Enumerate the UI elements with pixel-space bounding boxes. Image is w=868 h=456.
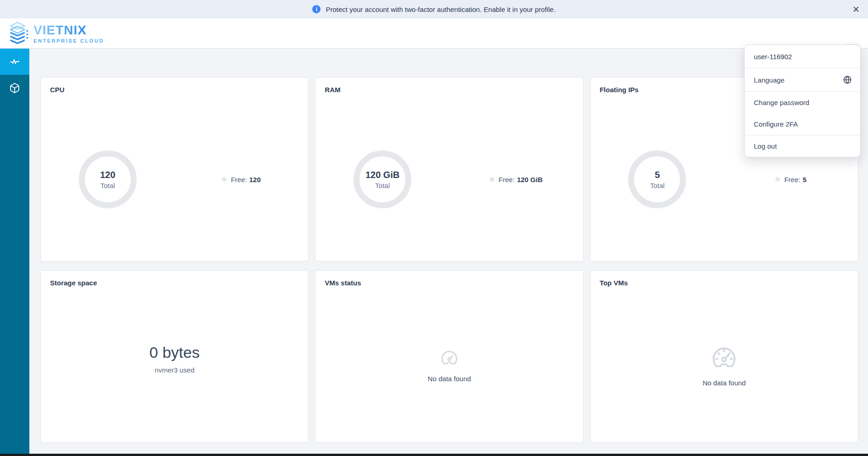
floating-ips-legend-value: 5 — [802, 176, 806, 184]
menu-username: user-116902 — [745, 45, 860, 68]
window-edge — [0, 454, 868, 456]
floating-ips-total-label: Total — [650, 182, 665, 189]
storage-card: Storage space 0 bytes nvmer3 used — [40, 270, 309, 443]
gauge-icon — [711, 345, 737, 372]
cpu-legend: Free: 120 — [222, 176, 260, 184]
sidebar-item-instances[interactable] — [0, 75, 29, 101]
cpu-donut-chart: 120 Total — [79, 150, 137, 208]
vietnix-logo: VIETNIX ENTERPRISE CLOUD — [7, 22, 104, 45]
cube-icon — [9, 83, 20, 94]
logo-title: VIETNIX — [33, 24, 104, 37]
vms-status-card-title: VMs status — [325, 279, 361, 287]
top-vms-empty-text: No data found — [702, 379, 746, 387]
info-icon: i — [312, 5, 321, 13]
legend-dot-icon — [222, 177, 227, 182]
logo-subtitle: ENTERPRISE CLOUD — [33, 39, 104, 44]
menu-item-language[interactable]: Language — [745, 68, 860, 91]
cpu-total-label: Total — [100, 182, 115, 189]
ram-card: RAM 120 GiB Total Free: 120 GiB — [315, 77, 583, 261]
floating-ips-donut-chart: 5 Total — [628, 150, 686, 208]
sidebar-item-dashboard[interactable] — [0, 49, 29, 75]
dashboard-page: i Protect your account with two-factor a… — [0, 0, 868, 456]
gauge-icon — [440, 349, 459, 367]
ram-legend-value: 120 GiB — [517, 176, 542, 184]
user-dropdown-menu: user-116902 Language Change password Con… — [744, 44, 861, 157]
banner-message: Protect your account with two-factor aut… — [326, 6, 555, 13]
storage-caption: nvmer3 used — [155, 366, 194, 374]
ram-donut-chart: 120 GiB Total — [354, 150, 411, 208]
ram-legend: Free: 120 GiB — [490, 176, 542, 184]
cpu-legend-value: 120 — [249, 176, 260, 184]
top-vms-card: Top VMs No data found — [590, 270, 858, 443]
menu-item-configure-2fa-label: Configure 2FA — [754, 120, 798, 128]
storage-value: 0 bytes — [149, 339, 200, 361]
cpu-legend-name: Free: — [231, 176, 247, 184]
ram-legend-name: Free: — [498, 176, 514, 184]
storage-card-title: Storage space — [50, 279, 97, 287]
top-vms-card-title: Top VMs — [600, 279, 628, 287]
cpu-card: CPU 120 Total Free: 120 — [40, 77, 309, 261]
2fa-banner: i Protect your account with two-factor a… — [0, 0, 868, 18]
legend-dot-icon — [775, 177, 780, 182]
menu-item-language-label: Language — [754, 76, 785, 84]
dashboard-cards: CPU 120 Total Free: 120 RAM — [40, 77, 858, 443]
activity-icon — [9, 56, 21, 67]
ram-total-value: 120 GiB — [365, 170, 399, 180]
banner-close-icon[interactable]: ✕ — [852, 0, 860, 18]
menu-item-logout[interactable]: Log out — [745, 135, 860, 157]
vms-status-empty-text: No data found — [428, 375, 471, 383]
logo-stack-icon — [7, 22, 29, 45]
globe-icon — [843, 75, 852, 84]
floating-ips-legend: Free: 5 — [775, 176, 806, 184]
floating-ips-legend-name: Free: — [784, 176, 800, 184]
cpu-total-value: 120 — [100, 170, 115, 180]
sidebar — [0, 49, 29, 454]
vms-status-card: VMs status No data found — [315, 270, 583, 443]
ram-total-label: Total — [375, 182, 390, 189]
menu-item-logout-label: Log out — [754, 142, 777, 150]
floating-ips-total-value: 5 — [655, 170, 660, 180]
menu-item-change-password[interactable]: Change password — [745, 92, 860, 113]
menu-item-change-password-label: Change password — [754, 99, 809, 106]
legend-dot-icon — [490, 177, 494, 182]
menu-item-configure-2fa[interactable]: Configure 2FA — [745, 113, 860, 135]
top-header: VIETNIX ENTERPRISE CLOUD project-116902 — [0, 18, 868, 49]
